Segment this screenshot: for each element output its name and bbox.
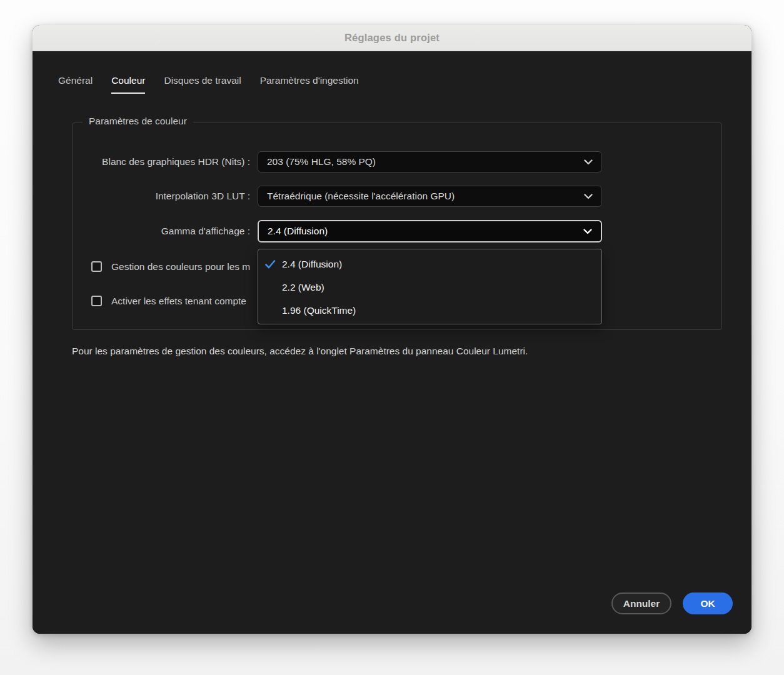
cancel-button[interactable]: Annuler [611, 592, 671, 614]
tab-general[interactable]: Général [58, 75, 93, 94]
display-gamma-label: Gamma d'affichage : [33, 220, 250, 242]
lut-interpolation-label: Interpolation 3D LUT : [33, 186, 250, 207]
hdr-graphics-white-value: 203 (75% HLG, 58% PQ) [267, 156, 376, 168]
tab-couleur[interactable]: Couleur [111, 75, 145, 94]
titlebar[interactable]: Réglages du projet [33, 25, 751, 51]
menu-item-label: 2.2 (Web) [282, 282, 324, 293]
dialog-title: Réglages du projet [344, 32, 440, 44]
display-gamma-value: 2.4 (Diffusion) [268, 226, 328, 237]
hdr-graphics-white-select[interactable]: 203 (75% HLG, 58% PQ) [258, 151, 602, 172]
tab-bar: Général Couleur Disques de travail Param… [58, 75, 359, 94]
ok-button[interactable]: OK [683, 592, 733, 614]
menu-item-2-4-diffusion[interactable]: 2.4 (Diffusion) [258, 252, 601, 276]
color-management-checkbox-label: Gestion des couleurs pour les m [111, 261, 256, 272]
menu-item-label: 2.4 (Diffusion) [282, 259, 342, 270]
tab-parametres-ingestion[interactable]: Paramètres d'ingestion [260, 75, 359, 94]
hdr-graphics-white-label: Blanc des graphiques HDR (Nits) : [33, 151, 250, 172]
lut-interpolation-value: Tétraédrique (nécessite l'accélération G… [267, 191, 455, 202]
menu-item-1-96-quicktime[interactable]: 1.96 (QuickTime) [258, 299, 601, 322]
project-settings-dialog: Réglages du projet Général Couleur Disqu… [33, 25, 751, 634]
lumetri-note: Pour les paramètres de gestion des coule… [72, 346, 528, 357]
groupbox-legend: Paramètres de couleur [83, 116, 193, 127]
lut-interpolation-select[interactable]: Tétraédrique (nécessite l'accélération G… [258, 186, 602, 207]
color-aware-effects-checkbox[interactable] [91, 296, 102, 306]
display-gamma-menu: 2.4 (Diffusion) 2.2 (Web) 1.96 (QuickTim… [258, 249, 602, 324]
color-aware-effects-checkbox-label: Activer les effets tenant compte [111, 296, 256, 307]
display-gamma-select[interactable]: 2.4 (Diffusion) [258, 220, 602, 242]
chevron-down-icon [584, 159, 593, 165]
check-icon [258, 260, 282, 269]
menu-item-2-2-web[interactable]: 2.2 (Web) [258, 276, 601, 299]
chevron-down-icon [583, 229, 592, 234]
color-management-checkbox[interactable] [91, 261, 102, 272]
menu-item-label: 1.96 (QuickTime) [282, 305, 356, 316]
tab-disques-de-travail[interactable]: Disques de travail [164, 75, 241, 94]
dialog-content: Général Couleur Disques de travail Param… [33, 51, 751, 634]
chevron-down-icon [584, 194, 593, 199]
